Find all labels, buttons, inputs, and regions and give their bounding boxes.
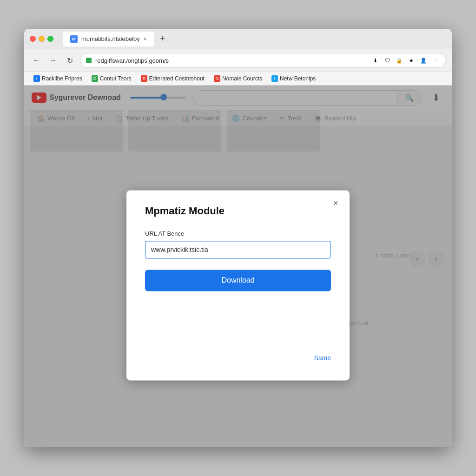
download-addr-icon[interactable]: ⬇: [370, 56, 380, 65]
bookmark-label-1: Rackilbe Fripres: [42, 75, 82, 82]
star-addr-icon[interactable]: ★: [407, 56, 416, 65]
bookmark-icon-3: E: [141, 75, 147, 82]
tab-area: M mumatibifs.ntalebeloy × +: [63, 32, 446, 46]
address-input-wrap[interactable]: redgiffswar./ongtips.goom/s ⬇ 🛡 🔒 ★ 👤 ⋮: [80, 53, 446, 68]
modal-title: Mpmatiz Module: [145, 205, 331, 217]
bookmark-item-5[interactable]: t Netw Betonips: [268, 74, 319, 83]
bookmark-item-3[interactable]: E Edterated Costntshout: [137, 74, 208, 83]
bookmark-icon-4: N: [214, 75, 220, 82]
bookmark-label-2: Contut Teors: [100, 75, 132, 82]
url-display: redgiffswar./ongtips.goom/s: [95, 57, 363, 64]
refresh-button[interactable]: ↻: [63, 54, 76, 67]
maximize-traffic-light[interactable]: [47, 36, 53, 42]
lock-addr-icon[interactable]: 🔒: [395, 56, 404, 65]
browser-window: M mumatibifs.ntalebeloy × + ← → ↻ redgif…: [24, 29, 452, 447]
bookmark-label-5: Netw Betonips: [280, 75, 316, 82]
bookmark-icon-2: G: [92, 75, 98, 82]
tab-close-btn[interactable]: ×: [144, 36, 147, 42]
secure-icon: [86, 58, 92, 63]
bookmark-item-2[interactable]: G Contut Teors: [88, 74, 135, 83]
bookmark-label-3: Edterated Costntshout: [149, 75, 205, 82]
page-content: Sygurever Dewnoad 🔍 ⬇ 🏠 Wrone Oil ↓ Hot: [24, 86, 452, 447]
modal-download-button[interactable]: Download: [145, 270, 331, 291]
modal-same-link[interactable]: Same: [314, 354, 331, 362]
bookmark-icon-5: t: [271, 75, 278, 82]
close-traffic-light[interactable]: [30, 36, 36, 42]
traffic-lights: [30, 36, 53, 42]
modal-dialog: × Mpmatiz Module URL AT Bence Download S…: [126, 190, 350, 380]
minimize-traffic-light[interactable]: [39, 36, 45, 42]
shield-addr-icon[interactable]: 🛡: [383, 56, 392, 65]
modal-url-input[interactable]: [145, 241, 331, 258]
forward-button[interactable]: →: [46, 54, 60, 67]
profile-addr-icon[interactable]: 👤: [419, 56, 428, 65]
tab-favicon-letter: M: [72, 37, 76, 41]
bookmark-label-4: Nomale Courcts: [222, 75, 262, 82]
address-icons: ⬇ 🛡 🔒 ★ 👤 ⋮: [370, 56, 440, 65]
menu-addr-icon[interactable]: ⋮: [431, 56, 440, 65]
modal-url-label: URL AT Bence: [145, 230, 331, 237]
modal-footer: Same: [145, 354, 331, 362]
title-bar: M mumatibifs.ntalebeloy × +: [24, 29, 452, 49]
bookmark-item-4[interactable]: N Nomale Courcts: [210, 74, 266, 83]
modal-close-button[interactable]: ×: [329, 197, 342, 210]
browser-tab[interactable]: M mumatibifs.ntalebeloy ×: [63, 32, 154, 46]
bookmark-item-1[interactable]: f Rackilbe Fripres: [30, 74, 86, 83]
tab-favicon: M: [70, 35, 78, 43]
back-button[interactable]: ←: [30, 54, 43, 67]
new-tab-button[interactable]: +: [156, 33, 169, 46]
address-bar: ← → ↻ redgiffswar./ongtips.goom/s ⬇ 🛡 🔒 …: [24, 49, 452, 72]
bookmark-icon-1: f: [33, 75, 40, 82]
bookmarks-bar: f Rackilbe Fripres G Contut Teors E Edte…: [24, 72, 452, 86]
tab-title: mumatibifs.ntalebeloy: [81, 35, 140, 42]
